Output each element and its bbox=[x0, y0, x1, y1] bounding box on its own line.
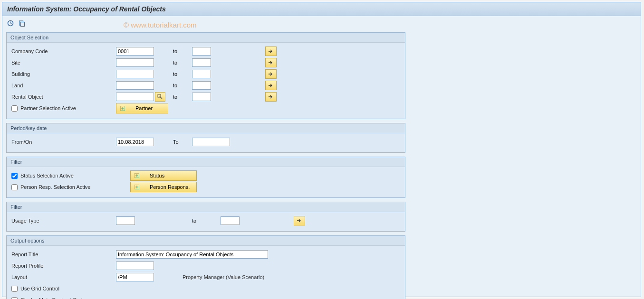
status-button[interactable]: Status bbox=[130, 170, 197, 181]
label-building: Building bbox=[11, 71, 116, 77]
multiple-selection-button[interactable] bbox=[294, 216, 305, 225]
label-to: to bbox=[173, 218, 221, 224]
group-period: Period/key date From/On To bbox=[6, 123, 405, 153]
usage-type-from-input[interactable] bbox=[116, 216, 135, 225]
svg-rect-4 bbox=[21, 22, 25, 27]
search-help-button[interactable] bbox=[155, 92, 165, 102]
report-title-input[interactable] bbox=[116, 250, 268, 259]
label-rental-object: Rental Object bbox=[11, 94, 116, 100]
display-main-contract-checkbox[interactable] bbox=[11, 297, 18, 299]
company-code-from-input[interactable] bbox=[116, 47, 154, 56]
label-to: to bbox=[173, 71, 192, 77]
site-from-input[interactable] bbox=[116, 58, 154, 67]
building-to-input[interactable] bbox=[192, 70, 211, 78]
label-to: to bbox=[173, 60, 192, 65]
group-object-selection: Object Selection Company Code to Site to bbox=[6, 32, 405, 119]
multiple-selection-button[interactable] bbox=[265, 69, 277, 79]
plus-icon bbox=[135, 185, 139, 189]
plus-icon bbox=[120, 106, 125, 111]
group-title-filter2: Filter bbox=[7, 202, 405, 212]
layout-description: Property Manager (Value Scenario) bbox=[183, 274, 264, 280]
label-to: to bbox=[173, 48, 192, 54]
label-partner-selection: Partner Selection Active bbox=[20, 105, 76, 111]
partner-button[interactable]: Partner bbox=[116, 103, 168, 113]
label-report-profile: Report Profile bbox=[11, 263, 116, 269]
group-filter-usage: Filter Usage Type to bbox=[6, 202, 405, 232]
land-to-input[interactable] bbox=[192, 81, 211, 90]
multiple-selection-button[interactable] bbox=[265, 81, 277, 90]
company-code-to-input[interactable] bbox=[192, 47, 211, 56]
person-respons-button-label: Person Respons. bbox=[150, 184, 190, 190]
rental-object-from-input[interactable] bbox=[116, 93, 154, 101]
partner-button-label: Partner bbox=[135, 105, 153, 111]
label-land: Land bbox=[11, 83, 116, 88]
label-layout: Layout bbox=[11, 274, 116, 280]
label-status-selection: Status Selection Active bbox=[20, 173, 74, 178]
label-from-on: From/On bbox=[11, 139, 116, 145]
label-report-title: Report Title bbox=[11, 252, 116, 257]
group-output-options: Output options Report Title Report Profi… bbox=[6, 235, 405, 299]
label-to: To bbox=[173, 139, 192, 145]
to-date-input[interactable] bbox=[192, 138, 230, 146]
multiple-selection-button[interactable] bbox=[265, 58, 277, 67]
group-filter-status: Filter Status Selection Active Status bbox=[6, 157, 405, 198]
page-title: Information System: Occupancy of Rental … bbox=[2, 2, 641, 16]
rental-object-to-input[interactable] bbox=[192, 93, 211, 101]
group-title-object-selection: Object Selection bbox=[7, 33, 405, 43]
label-display-main-contract: Display Main Contract.Partner bbox=[20, 297, 90, 299]
partner-selection-checkbox[interactable] bbox=[11, 105, 18, 112]
label-use-grid: Use Grid Control bbox=[20, 286, 59, 291]
label-to: to bbox=[173, 94, 192, 100]
group-title-filter: Filter bbox=[7, 157, 405, 167]
variant-icon[interactable] bbox=[18, 19, 26, 28]
label-site: Site bbox=[11, 60, 116, 65]
label-company-code: Company Code bbox=[11, 48, 116, 54]
multiple-selection-button[interactable] bbox=[265, 92, 277, 102]
execute-icon[interactable] bbox=[6, 19, 15, 28]
land-from-input[interactable] bbox=[116, 81, 154, 90]
toolbar bbox=[2, 16, 641, 30]
person-respons-button[interactable]: Person Respons. bbox=[130, 182, 197, 192]
site-to-input[interactable] bbox=[192, 58, 211, 67]
person-resp-checkbox[interactable] bbox=[11, 184, 18, 190]
status-selection-checkbox[interactable] bbox=[11, 173, 18, 179]
from-on-input[interactable] bbox=[116, 138, 154, 146]
label-person-resp: Person Resp. Selection Active bbox=[20, 184, 90, 190]
report-profile-input[interactable] bbox=[116, 262, 154, 270]
layout-input[interactable] bbox=[116, 273, 154, 281]
use-grid-checkbox[interactable] bbox=[11, 286, 18, 292]
group-title-output: Output options bbox=[7, 236, 405, 246]
status-button-label: Status bbox=[150, 173, 164, 178]
group-title-period: Period/key date bbox=[7, 123, 405, 133]
multiple-selection-button[interactable] bbox=[265, 47, 277, 56]
plus-icon bbox=[135, 173, 139, 178]
label-usage-type: Usage Type bbox=[11, 218, 116, 224]
usage-type-to-input[interactable] bbox=[221, 216, 240, 225]
building-from-input[interactable] bbox=[116, 70, 154, 78]
label-to: to bbox=[173, 83, 192, 88]
